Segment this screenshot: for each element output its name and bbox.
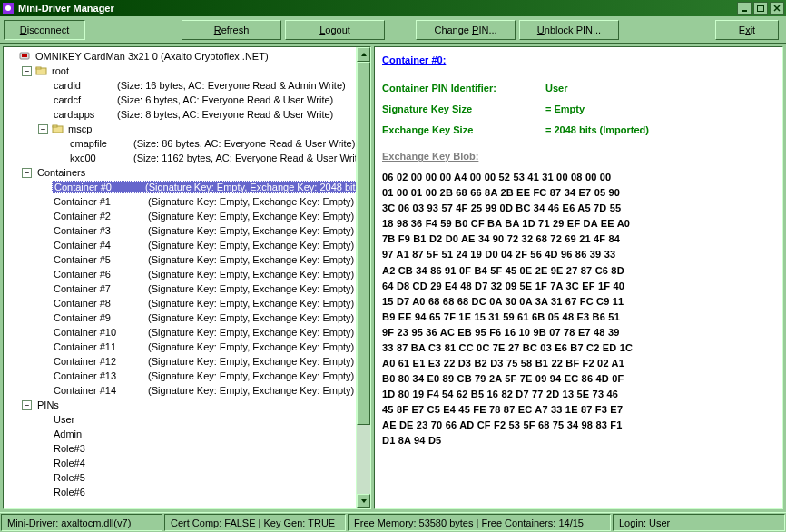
pin-id-label: Container PIN Identifier: [382,81,545,96]
logout-button[interactable]: Logout [285,20,385,40]
status-bar: Mini-Driver: axaltocm.dll(v7) Cert Comp:… [0,512,786,532]
expander-icon[interactable]: − [22,66,32,76]
tree-container-4[interactable]: Container #4(Signature Key: Empty, Excha… [5,238,368,252]
blob-label: Exchange Key Blob: [382,149,775,164]
tree-pins[interactable]: −PINs [5,398,368,412]
reader-icon [19,51,32,62]
tree-file-kxc00[interactable]: kxc00(Size: 1162 bytes, AC: Everyone Rea… [5,151,368,165]
tree-container-9[interactable]: Container #9(Signature Key: Empty, Excha… [5,310,368,325]
tree-reader[interactable]: OMNIKEY CardMan 3x21 0 (Axalto Cryptofle… [5,49,368,64]
status-memory: Free Memory: 53580 bytes | Free Containe… [348,514,611,531]
svg-rect-8 [22,54,27,57]
tree-file-cmapfile[interactable]: cmapfile(Size: 86 bytes, AC: Everyone Re… [5,136,368,151]
app-icon [2,2,15,15]
refresh-button[interactable]: Refresh [182,20,281,40]
tree-container-1[interactable]: Container #1(Signature Key: Empty, Excha… [5,194,368,209]
close-button[interactable] [770,2,784,15]
expander-icon[interactable]: − [22,400,32,410]
svg-point-1 [5,5,11,11]
svg-rect-2 [742,10,747,12]
tree-container-7[interactable]: Container #7(Signature Key: Empty, Excha… [5,281,368,296]
tree-pin-0[interactable]: User [5,412,368,427]
tree-pin-5[interactable]: Role#6 [5,485,368,499]
scroll-up-button[interactable] [357,47,370,62]
status-minidriver: Mini-Driver: axaltocm.dll(v7) [1,514,162,531]
maximize-button[interactable] [753,2,768,15]
tree-container-5[interactable]: Container #5(Signature Key: Empty, Excha… [5,252,368,267]
tree-file-cardcf[interactable]: cardcf(Size: 6 bytes, AC: Everyone Read … [5,93,368,107]
tree-container-10[interactable]: Container #10(Signature Key: Empty, Exch… [5,325,368,340]
svg-rect-4 [757,5,764,6]
tree-containers[interactable]: −Containers [5,165,368,180]
app-title: Mini-Driver Manager [18,3,735,14]
expander-icon[interactable]: − [22,168,32,178]
svg-line-5 [774,5,780,11]
ex-size-label: Exchange Key Size [382,123,545,138]
tree-file-cardid[interactable]: cardid(Size: 16 bytes, AC: Everyone Read… [5,78,368,93]
tree-container-3[interactable]: Container #3(Signature Key: Empty, Excha… [5,223,368,238]
scrollbar-vertical[interactable] [356,47,370,508]
tree-pin-3[interactable]: Role#4 [5,456,368,470]
tree-pin-4[interactable]: Role#5 [5,470,368,485]
svg-line-6 [774,5,780,11]
blob-hex: 06 02 00 00 00 A4 00 00 52 53 41 31 00 0… [382,170,775,448]
expander-icon[interactable]: − [38,124,48,134]
tree-file-cardapps[interactable]: cardapps(Size: 8 bytes, AC: Everyone Rea… [5,107,368,122]
svg-marker-14 [361,499,367,503]
tree-container-2[interactable]: Container #2(Signature Key: Empty, Excha… [5,209,368,223]
change-pin-button[interactable]: Change PIN... [416,20,516,40]
status-certcomp: Cert Comp: FALSE | Key Gen: TRUE [164,514,346,531]
tree-pin-2[interactable]: Role#3 [5,441,368,456]
sig-size-label: Signature Key Size [382,102,545,117]
folder-icon [52,123,64,134]
tree-container-11[interactable]: Container #11(Signature Key: Empty, Exch… [5,340,368,354]
svg-rect-3 [758,5,764,12]
svg-rect-12 [53,125,57,127]
sig-size-value: = Empty [545,102,585,117]
exit-button[interactable]: Exit [715,20,779,40]
scroll-down-button[interactable] [357,494,370,508]
tree-container-0[interactable]: Container #0(Signature Key: Empty, Excha… [5,180,368,194]
tree-root[interactable]: −root [5,64,368,78]
svg-marker-13 [361,53,367,56]
folder-icon [35,65,48,76]
toolbar: Disconnect Refresh Logout Change PIN... … [0,16,786,44]
titlebar: Mini-Driver Manager [0,0,786,16]
minimize-button[interactable] [737,2,752,15]
status-login: Login: User [613,514,785,531]
detail-header: Container #0: [382,53,775,68]
tree-container-8[interactable]: Container #8(Signature Key: Empty, Excha… [5,296,368,310]
tree-pin-1[interactable]: Admin [5,427,368,441]
unblock-pin-button[interactable]: Unblock PIN... [519,20,619,40]
tree-mscp[interactable]: −mscp [5,122,368,136]
tree-container-12[interactable]: Container #12(Signature Key: Empty, Exch… [5,354,368,369]
tree-container-13[interactable]: Container #13(Signature Key: Empty, Exch… [5,369,368,383]
pin-id-value: User [545,81,567,96]
tree-container-14[interactable]: Container #14(Signature Key: Empty, Exch… [5,383,368,398]
tree-panel: OMNIKEY CardMan 3x21 0 (Axalto Cryptofle… [3,46,371,509]
detail-panel: Container #0: Container PIN Identifier:U… [374,46,783,509]
svg-rect-10 [36,67,41,69]
disconnect-button[interactable]: Disconnect [4,20,85,40]
tree-container-6[interactable]: Container #6(Signature Key: Empty, Excha… [5,267,368,281]
scroll-thumb[interactable] [357,62,370,425]
ex-size-value: = 2048 bits (Imported) [545,123,649,138]
